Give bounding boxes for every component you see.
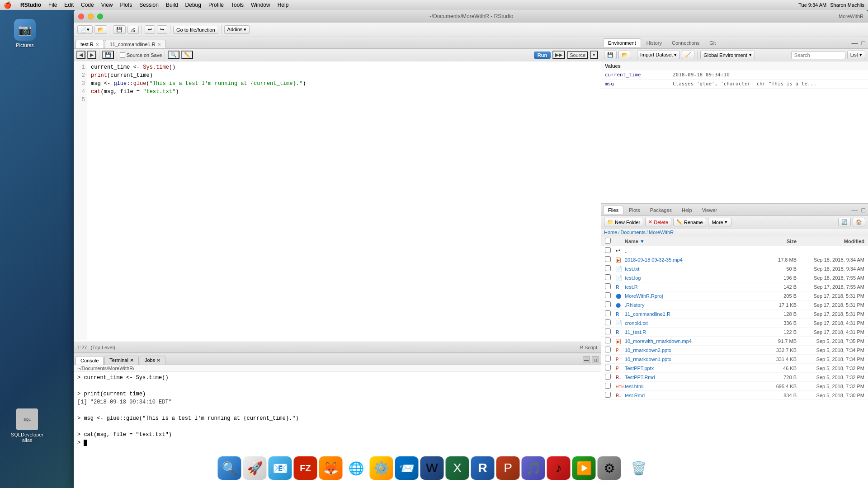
env-minimize-btn[interactable]: — xyxy=(851,39,859,47)
menubar-window[interactable]: Window xyxy=(251,2,270,8)
file-name-testppt[interactable]: TestPPT.pptx xyxy=(625,366,760,371)
file-row-testr[interactable]: R test.R 142 B Sep 17, 2018, 7:55 AM xyxy=(601,282,868,291)
tab-packages[interactable]: Packages xyxy=(646,206,676,214)
go-to-file-btn[interactable]: Go to file/function xyxy=(173,26,218,34)
close-button[interactable] xyxy=(78,14,84,19)
dock-filezilla[interactable]: FZ xyxy=(294,456,317,480)
code-editor[interactable]: 1 2 3 4 5 current_time <- Sys.time() pri… xyxy=(74,61,601,342)
file-check-parent[interactable] xyxy=(605,247,616,254)
tab-commandline1-close[interactable]: ✕ xyxy=(157,42,161,47)
print-btn[interactable]: 🖨 xyxy=(127,26,139,34)
redo-btn[interactable]: ↪ xyxy=(157,25,167,34)
env-row-msg[interactable]: msg Classes 'glue', 'character' chr "Thi… xyxy=(601,80,868,89)
env-maximize-btn[interactable]: □ xyxy=(861,39,866,47)
dock-firefox[interactable]: 🦊 xyxy=(319,456,343,480)
file-row-pptx2[interactable]: P 10_rmarkdown2.pptx 332.7 KB Sep 5, 201… xyxy=(601,346,868,355)
col-size-header[interactable]: Size xyxy=(760,239,797,244)
col-name-header[interactable]: Name ▼ xyxy=(625,239,760,244)
file-name-commandline[interactable]: 11_commandline1.R xyxy=(625,311,760,317)
col-modified-header[interactable]: Modified xyxy=(797,239,864,244)
tab-test-r-close[interactable]: ✕ xyxy=(95,42,99,47)
col-check[interactable] xyxy=(605,238,616,244)
import-dataset-btn[interactable]: Import Dataset ▾ xyxy=(637,51,680,59)
env-row-current-time[interactable]: current_time 2018-09-18 09:34:10 xyxy=(601,70,868,80)
back-btn[interactable]: ◀ xyxy=(76,51,85,59)
dock-word[interactable]: W xyxy=(420,456,444,480)
file-row-testpptRmd[interactable]: R↓ TestPPT.Rmd 728 B Sep 5, 2018, 7:32 P… xyxy=(601,373,868,382)
global-env-dropdown[interactable]: Global Environment ▾ xyxy=(700,51,755,59)
file-row-testppt[interactable]: P TestPPT.pptx 46 KB Sep 5, 2018, 7:32 P… xyxy=(601,364,868,373)
menubar-session[interactable]: Session xyxy=(139,2,159,8)
file-name-testpptRmd[interactable]: TestPPT.Rmd xyxy=(625,375,760,380)
file-name-11test[interactable]: 11_test.R xyxy=(625,329,760,335)
edit-btn[interactable]: ✏️ xyxy=(181,51,193,59)
dock-powerpoint[interactable]: P xyxy=(496,456,520,480)
env-search[interactable] xyxy=(791,51,845,59)
delete-btn[interactable]: ✕ Delete xyxy=(645,218,671,226)
tab-viewer[interactable]: Viewer xyxy=(698,206,722,214)
file-name-testlog[interactable]: test.log xyxy=(625,275,760,281)
undo-btn[interactable]: ↩ xyxy=(145,25,155,34)
file-name-testr[interactable]: test.R xyxy=(625,284,760,290)
file-row-rhistory[interactable]: 🔵 .Rhistory 17.1 KB Sep 17, 2018, 5:31 P… xyxy=(601,300,868,310)
tab-files[interactable]: Files xyxy=(603,206,623,214)
breadcrumb-home[interactable]: Home xyxy=(604,230,617,235)
tab-plots[interactable]: Plots xyxy=(624,206,644,214)
clear-env-btn[interactable]: 🧹 xyxy=(682,51,694,59)
file-row-11test[interactable]: R 11_test.R 122 B Sep 17, 2018, 4:31 PM xyxy=(601,328,868,337)
sync-btn[interactable]: 🔄 xyxy=(838,218,851,226)
tab-history[interactable]: History xyxy=(642,39,666,47)
file-name-testhtml[interactable]: test.html xyxy=(625,384,760,389)
file-name-pptx2[interactable]: 10_rmarkdown2.pptx xyxy=(625,347,760,353)
dock-mail[interactable]: 📧 xyxy=(269,456,292,480)
run-btn[interactable]: Run xyxy=(534,52,551,59)
tab-jobs[interactable]: Jobs ✕ xyxy=(140,356,165,365)
zoom-button[interactable] xyxy=(97,14,103,19)
menubar-edit[interactable]: Edit xyxy=(64,2,74,8)
file-row-pptx1[interactable]: P 10_rmarkdown1.pptx 331.4 KB Sep 5, 201… xyxy=(601,355,868,364)
desktop-icon-sqldeveloper[interactable]: SQL SQLDeveloperalias xyxy=(9,408,45,443)
menubar-tools[interactable]: Tools xyxy=(231,2,244,8)
tab-commandline1[interactable]: 11_commandline1.R ✕ xyxy=(105,40,166,48)
tab-connections[interactable]: Connections xyxy=(667,39,704,47)
file-name-cronold[interactable]: cronold.txt xyxy=(625,320,760,326)
dock-excel[interactable]: X xyxy=(446,456,469,480)
menubar-debug[interactable]: Debug xyxy=(185,2,201,8)
console-minimize-btn[interactable]: — xyxy=(583,356,590,363)
more-btn[interactable]: More ▾ xyxy=(708,218,731,226)
dock-trash[interactable]: 🗑️ xyxy=(627,456,651,480)
tab-git[interactable]: Git xyxy=(705,39,720,47)
files-maximize-btn[interactable]: □ xyxy=(861,206,866,214)
select-all-checkbox[interactable] xyxy=(605,238,611,244)
new-folder-btn[interactable]: 📁 New Folder xyxy=(604,218,643,226)
tab-terminal[interactable]: Terminal ✕ xyxy=(104,356,139,365)
console-prompt-active[interactable]: > xyxy=(77,439,597,447)
menubar-profile[interactable]: Profile xyxy=(208,2,224,8)
breadcrumb-documents[interactable]: Documents xyxy=(620,230,646,235)
dock-chrome[interactable]: 🌐 xyxy=(344,456,368,480)
forward-btn[interactable]: ▶ xyxy=(87,51,96,59)
list-view-btn[interactable]: List ▾ xyxy=(847,51,865,59)
file-name-testtxt[interactable]: test.txt xyxy=(625,266,760,272)
tab-console[interactable]: Console xyxy=(75,356,104,365)
save-btn[interactable]: 💾 xyxy=(113,25,126,34)
dock-app5[interactable]: ⚙ xyxy=(598,456,621,480)
file-name-mp4-1[interactable]: 2018-09-18 09-32-35.mp4 xyxy=(625,257,760,263)
menubar-file[interactable]: File xyxy=(48,2,57,8)
file-row-cronold[interactable]: 📄 cronold.txt 336 B Sep 17, 2018, 4:31 P… xyxy=(601,319,868,328)
file-name-10mp4[interactable]: 10_morewith_rmarkdown.mp4 xyxy=(625,338,760,344)
dock-app4[interactable]: ▶️ xyxy=(572,456,596,480)
files-minimize-btn[interactable]: — xyxy=(851,206,859,214)
source-dropdown-btn[interactable]: ▾ xyxy=(590,51,598,59)
apple-menu[interactable]: 🍎 xyxy=(4,1,11,9)
menubar-code[interactable]: Code xyxy=(81,2,94,8)
dock-outlook[interactable]: 📨 xyxy=(395,456,419,480)
code-content[interactable]: current_time <- Sys.time() print(current… xyxy=(87,63,601,340)
dock-app2[interactable]: 🎵 xyxy=(522,456,545,480)
file-row-rproj[interactable]: 🔵 MoreWithR.Rproj 205 B Sep 17, 2018, 5:… xyxy=(601,291,868,300)
dock-finder[interactable]: 🔍 xyxy=(218,456,241,480)
dock-launchpad[interactable]: 🚀 xyxy=(243,456,267,480)
dock-app1[interactable]: ⚙️ xyxy=(370,456,393,480)
file-name-testRmd[interactable]: test.Rmd xyxy=(625,393,760,398)
run-all-btn[interactable]: ▶▶ xyxy=(552,51,565,59)
